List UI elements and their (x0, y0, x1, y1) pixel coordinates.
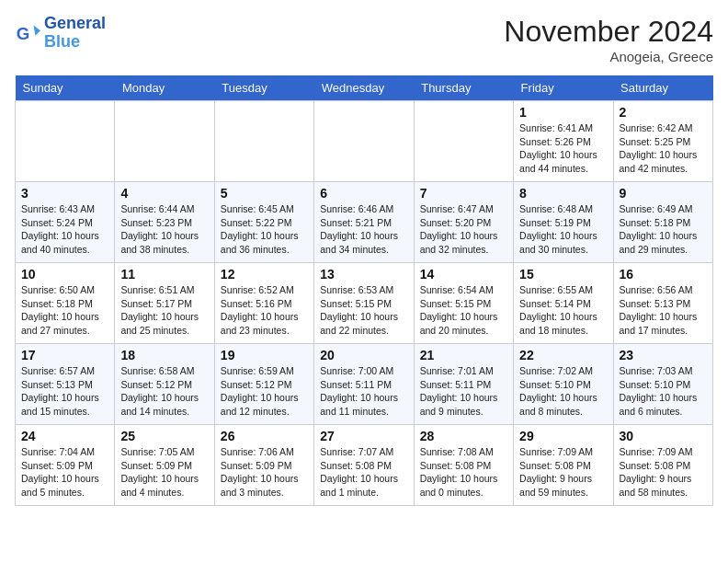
day-number: 6 (320, 186, 407, 201)
day-number: 2 (620, 105, 707, 120)
day-info: Sunrise: 7:08 AM Sunset: 5:08 PM Dayligh… (420, 445, 507, 500)
day-number: 19 (221, 348, 308, 362)
day-info: Sunrise: 6:59 AM Sunset: 5:12 PM Dayligh… (221, 364, 308, 419)
weekday-header-tuesday: Tuesday (214, 75, 313, 101)
week-row-1: 1Sunrise: 6:41 AM Sunset: 5:26 PM Daylig… (16, 101, 713, 182)
day-cell: 2Sunrise: 6:42 AM Sunset: 5:25 PM Daylig… (613, 101, 712, 182)
day-cell: 8Sunrise: 6:48 AM Sunset: 5:19 PM Daylig… (514, 182, 613, 263)
day-info: Sunrise: 6:57 AM Sunset: 5:13 PM Dayligh… (21, 364, 108, 419)
day-cell: 7Sunrise: 6:47 AM Sunset: 5:20 PM Daylig… (414, 182, 513, 263)
day-info: Sunrise: 6:43 AM Sunset: 5:24 PM Dayligh… (21, 202, 108, 257)
logo-icon: G (15, 20, 40, 46)
day-number: 30 (620, 429, 707, 443)
day-number: 25 (120, 429, 208, 443)
day-cell: 23Sunrise: 7:03 AM Sunset: 5:10 PM Dayli… (613, 344, 712, 425)
day-cell: 28Sunrise: 7:08 AM Sunset: 5:08 PM Dayli… (414, 425, 513, 506)
day-cell: 4Sunrise: 6:44 AM Sunset: 5:23 PM Daylig… (115, 182, 214, 263)
day-number: 13 (320, 267, 407, 282)
day-number: 1 (519, 105, 607, 120)
week-row-2: 3Sunrise: 6:43 AM Sunset: 5:24 PM Daylig… (16, 182, 713, 263)
day-info: Sunrise: 7:03 AM Sunset: 5:10 PM Dayligh… (620, 364, 707, 419)
day-cell: 5Sunrise: 6:45 AM Sunset: 5:22 PM Daylig… (214, 182, 313, 263)
day-cell: 24Sunrise: 7:04 AM Sunset: 5:09 PM Dayli… (16, 425, 115, 506)
day-number: 7 (420, 186, 507, 201)
calendar-table: SundayMondayTuesdayWednesdayThursdayFrid… (15, 75, 713, 506)
day-cell: 1Sunrise: 6:41 AM Sunset: 5:26 PM Daylig… (514, 101, 613, 182)
day-cell: 22Sunrise: 7:02 AM Sunset: 5:10 PM Dayli… (514, 344, 613, 425)
day-info: Sunrise: 7:07 AM Sunset: 5:08 PM Dayligh… (320, 445, 407, 500)
day-info: Sunrise: 6:52 AM Sunset: 5:16 PM Dayligh… (221, 283, 308, 338)
day-cell: 25Sunrise: 7:05 AM Sunset: 5:09 PM Dayli… (115, 425, 214, 506)
day-info: Sunrise: 6:41 AM Sunset: 5:26 PM Dayligh… (519, 121, 607, 176)
day-number: 21 (420, 348, 507, 362)
title-block: November 2024 Anogeia, Greece (504, 15, 713, 64)
logo-text: General Blue (44, 15, 106, 52)
day-info: Sunrise: 6:49 AM Sunset: 5:18 PM Dayligh… (620, 202, 707, 257)
day-info: Sunrise: 7:09 AM Sunset: 5:08 PM Dayligh… (519, 445, 607, 500)
day-cell: 20Sunrise: 7:00 AM Sunset: 5:11 PM Dayli… (314, 344, 414, 425)
day-cell (214, 101, 313, 182)
day-info: Sunrise: 6:56 AM Sunset: 5:13 PM Dayligh… (620, 283, 707, 338)
day-cell (314, 101, 414, 182)
page-header: G General Blue November 2024 Anogeia, Gr… (15, 15, 713, 64)
day-number: 12 (221, 267, 308, 282)
svg-text:G: G (17, 23, 30, 42)
svg-marker-1 (34, 25, 40, 35)
weekday-header-wednesday: Wednesday (314, 75, 414, 101)
day-cell (414, 101, 513, 182)
week-row-4: 17Sunrise: 6:57 AM Sunset: 5:13 PM Dayli… (16, 344, 713, 425)
day-number: 10 (21, 267, 108, 282)
day-cell: 21Sunrise: 7:01 AM Sunset: 5:11 PM Dayli… (414, 344, 513, 425)
day-number: 8 (519, 186, 607, 201)
day-number: 3 (21, 186, 108, 201)
day-number: 23 (620, 348, 707, 362)
day-info: Sunrise: 6:48 AM Sunset: 5:19 PM Dayligh… (519, 202, 607, 257)
weekday-header-friday: Friday (514, 75, 613, 101)
weekday-header-sunday: Sunday (16, 75, 115, 101)
day-info: Sunrise: 7:06 AM Sunset: 5:09 PM Dayligh… (221, 445, 308, 500)
week-row-3: 10Sunrise: 6:50 AM Sunset: 5:18 PM Dayli… (16, 263, 713, 344)
day-number: 16 (620, 267, 707, 282)
day-info: Sunrise: 6:53 AM Sunset: 5:15 PM Dayligh… (320, 283, 407, 338)
day-info: Sunrise: 7:05 AM Sunset: 5:09 PM Dayligh… (120, 445, 208, 500)
day-info: Sunrise: 6:45 AM Sunset: 5:22 PM Dayligh… (221, 202, 308, 257)
day-number: 24 (21, 429, 108, 443)
day-info: Sunrise: 7:02 AM Sunset: 5:10 PM Dayligh… (519, 364, 607, 419)
day-info: Sunrise: 7:00 AM Sunset: 5:11 PM Dayligh… (320, 364, 407, 419)
day-number: 29 (519, 429, 607, 443)
day-info: Sunrise: 7:01 AM Sunset: 5:11 PM Dayligh… (420, 364, 507, 419)
location: Anogeia, Greece (504, 49, 713, 64)
day-info: Sunrise: 7:04 AM Sunset: 5:09 PM Dayligh… (21, 445, 108, 500)
day-info: Sunrise: 6:42 AM Sunset: 5:25 PM Dayligh… (620, 121, 707, 176)
day-number: 28 (420, 429, 507, 443)
day-cell: 14Sunrise: 6:54 AM Sunset: 5:15 PM Dayli… (414, 263, 513, 344)
day-number: 20 (320, 348, 407, 362)
weekday-header-thursday: Thursday (414, 75, 513, 101)
day-cell: 9Sunrise: 6:49 AM Sunset: 5:18 PM Daylig… (613, 182, 712, 263)
day-info: Sunrise: 6:50 AM Sunset: 5:18 PM Dayligh… (21, 283, 108, 338)
day-number: 26 (221, 429, 308, 443)
day-info: Sunrise: 7:09 AM Sunset: 5:08 PM Dayligh… (620, 445, 707, 500)
day-number: 17 (21, 348, 108, 362)
day-number: 14 (420, 267, 507, 282)
day-cell (115, 101, 214, 182)
day-info: Sunrise: 6:54 AM Sunset: 5:15 PM Dayligh… (420, 283, 507, 338)
day-cell: 18Sunrise: 6:58 AM Sunset: 5:12 PM Dayli… (115, 344, 214, 425)
weekday-header-saturday: Saturday (613, 75, 712, 101)
day-cell: 26Sunrise: 7:06 AM Sunset: 5:09 PM Dayli… (214, 425, 313, 506)
day-number: 9 (620, 186, 707, 201)
day-number: 11 (120, 267, 208, 282)
logo: G General Blue (15, 15, 106, 52)
day-cell: 27Sunrise: 7:07 AM Sunset: 5:08 PM Dayli… (314, 425, 414, 506)
day-number: 5 (221, 186, 308, 201)
day-cell (16, 101, 115, 182)
day-cell: 13Sunrise: 6:53 AM Sunset: 5:15 PM Dayli… (314, 263, 414, 344)
day-info: Sunrise: 6:55 AM Sunset: 5:14 PM Dayligh… (519, 283, 607, 338)
day-cell: 15Sunrise: 6:55 AM Sunset: 5:14 PM Dayli… (514, 263, 613, 344)
logo-line1: General (44, 15, 106, 33)
day-cell: 11Sunrise: 6:51 AM Sunset: 5:17 PM Dayli… (115, 263, 214, 344)
logo-line2: Blue (44, 32, 80, 51)
day-cell: 12Sunrise: 6:52 AM Sunset: 5:16 PM Dayli… (214, 263, 313, 344)
day-number: 4 (120, 186, 208, 201)
day-info: Sunrise: 6:44 AM Sunset: 5:23 PM Dayligh… (120, 202, 208, 257)
